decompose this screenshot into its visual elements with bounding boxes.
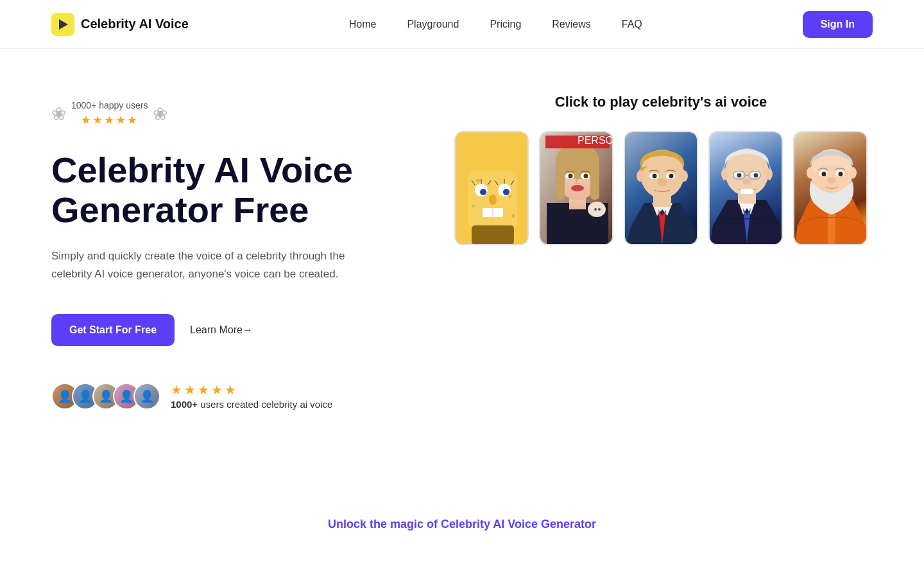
trump-image [625,132,698,245]
nav-home[interactable]: Home [349,19,377,30]
proof-text: ★★★★★ 1000+ users created celebrity ai v… [171,382,332,410]
svg-point-75 [839,172,843,177]
laurel-right-icon: ❀ [153,103,167,125]
taylor-image: PERSON OF THE YEAR [540,132,613,245]
avatar-group: 👤 👤 👤 👤 👤 [51,383,160,410]
svg-point-39 [594,208,597,211]
svg-point-66 [765,168,773,180]
svg-point-21 [511,214,515,218]
celebrity-card-taylor[interactable]: PERSON OF THE YEAR [539,131,613,245]
badge-stars: ★★★★★ [81,113,139,127]
svg-rect-27 [556,161,565,200]
get-start-button[interactable]: Get Start For Free [51,314,175,346]
proof-stars: ★★★★★ [171,382,332,398]
svg-marker-0 [59,19,68,30]
svg-point-6 [503,189,509,195]
click-title: Click to play celebrity's ai voice [449,94,873,110]
bottom-tagline-link[interactable]: Unlock the magic of Celebrity AI Voice G… [328,518,596,530]
nav-playground[interactable]: Playground [407,19,459,30]
svg-point-50 [637,170,644,182]
svg-point-74 [822,172,826,177]
spongebob-image [456,132,529,245]
svg-point-18 [476,179,480,182]
svg-point-5 [480,189,486,195]
celebrity-card-spongebob[interactable] [454,131,529,245]
hero-right: Click to play celebrity's ai voice [449,87,873,245]
svg-point-77 [807,167,814,179]
nav-pricing[interactable]: Pricing [490,19,521,30]
svg-point-31 [569,174,573,179]
nav-faq[interactable]: FAQ [622,19,642,30]
navbar: Celebrity AI Voice Home Playground Prici… [0,0,924,49]
hero-title: Celebrity AI Voice Generator Free [51,150,359,229]
celebrity-grid: PERSON OF THE YEAR [449,131,873,245]
badge-content: 1000+ happy users ★★★★★ [71,100,148,127]
svg-rect-11 [472,225,514,245]
laurel-left-icon: ❀ [51,103,66,125]
play-icon [56,18,69,31]
social-proof: 👤 👤 👤 👤 👤 ★★★★★ 1000+ users created cele… [51,382,359,410]
svg-point-58 [737,173,742,178]
hero-description: Simply and quickly create the voice of a… [51,247,359,283]
biden-image [710,132,783,245]
badge-text: 1000+ happy users [71,100,148,110]
svg-point-51 [680,170,688,182]
svg-point-47 [653,174,657,179]
svg-point-32 [584,174,588,179]
svg-point-78 [849,167,857,179]
svg-point-20 [472,205,475,207]
svg-point-19 [509,195,512,198]
svg-point-65 [721,168,729,180]
svg-rect-28 [590,161,599,200]
hero-left: ❀ 1000+ happy users ★★★★★ ❀ Celebrity AI… [51,87,359,410]
svg-point-33 [571,185,584,191]
svg-point-49 [657,179,667,186]
nav-links: Home Playground Pricing Reviews FAQ [349,19,642,30]
logo-icon [51,13,74,36]
svg-point-40 [598,208,601,211]
celebrity-card-biden[interactable] [708,131,783,245]
modi-image [794,132,868,245]
brand-name: Celebrity AI Voice [81,17,189,31]
svg-rect-64 [740,189,753,194]
hero-badge: ❀ 1000+ happy users ★★★★★ ❀ [51,100,359,127]
avatar-5: 👤 [133,383,160,410]
svg-text:PERSON OF THE YEAR: PERSON OF THE YEAR [578,135,613,146]
logo-link[interactable]: Celebrity AI Voice [51,13,189,36]
celebrity-card-modi[interactable] [793,131,868,245]
svg-point-59 [754,173,758,178]
svg-point-76 [827,177,836,184]
svg-point-48 [669,174,674,179]
sign-in-button[interactable]: Sign In [803,11,873,38]
bottom-tagline: Unlock the magic of Celebrity AI Voice G… [0,498,924,550]
hero-buttons: Get Start For Free Learn More→ [51,314,359,346]
svg-point-7 [489,195,497,205]
nav-reviews[interactable]: Reviews [552,19,590,30]
proof-count: 1000+ users created celebrity ai voice [171,399,332,410]
learn-more-link[interactable]: Learn More→ [190,324,253,336]
celebrity-card-trump[interactable] [624,131,698,245]
hero-section: ❀ 1000+ happy users ★★★★★ ❀ Celebrity AI… [0,49,924,498]
svg-point-63 [742,179,751,185]
